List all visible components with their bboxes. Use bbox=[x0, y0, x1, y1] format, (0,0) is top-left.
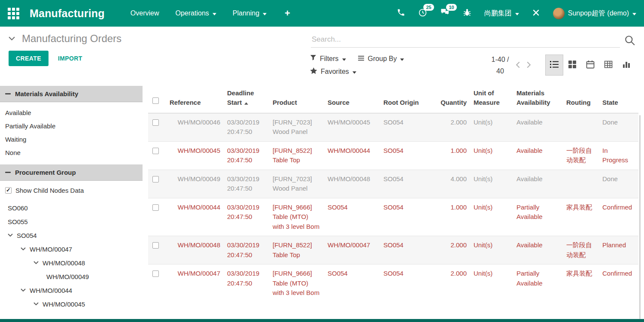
table-row[interactable]: WH/MO/0004903/30/2019 20:47:50[FURN_7023… bbox=[148, 170, 638, 198]
apps-menu-button[interactable] bbox=[8, 8, 19, 19]
chevron-down-icon[interactable] bbox=[33, 261, 39, 264]
messages-button[interactable]: 10 bbox=[440, 8, 450, 18]
row-checkbox[interactable] bbox=[152, 270, 159, 277]
cell-routing: 家具装配 bbox=[563, 264, 599, 302]
view-switch-calendar[interactable] bbox=[581, 55, 599, 76]
column-header-product[interactable]: Product bbox=[269, 86, 324, 113]
app-title[interactable]: Manufacturing bbox=[30, 7, 105, 20]
list-view-icon bbox=[550, 60, 559, 70]
cell-uom: Unit(s) bbox=[470, 170, 513, 198]
tree-node-wh-mo-00044[interactable]: WH/MO/00044 bbox=[0, 283, 143, 297]
cell-uom: Unit(s) bbox=[470, 264, 513, 302]
vertical-scrollbar[interactable] bbox=[639, 115, 641, 319]
filter-item-available[interactable]: Available bbox=[0, 106, 143, 119]
filter-item-waiting[interactable]: Waiting bbox=[0, 133, 143, 146]
row-checkbox[interactable] bbox=[152, 148, 159, 154]
select-all-checkbox[interactable] bbox=[152, 97, 159, 104]
availability-items: AvailablePartially AvailableWaitingNone bbox=[0, 102, 143, 164]
tree-node-so060[interactable]: SO060 bbox=[0, 201, 143, 215]
tree-node-wh-mo-00047[interactable]: WH/MO/00047 bbox=[0, 242, 143, 256]
show-child-nodes-toggle[interactable]: Show Child Nodes Data bbox=[0, 181, 143, 197]
filters-button[interactable]: Filters bbox=[310, 55, 346, 63]
row-select-cell bbox=[148, 113, 166, 141]
cell-source: WH/MO/00047 bbox=[324, 236, 380, 264]
tree-node-so055[interactable]: SO055 bbox=[0, 215, 143, 228]
cell-state: In Progress bbox=[599, 141, 638, 170]
column-header-source[interactable]: Source bbox=[324, 86, 380, 113]
main-content: Materials Availability AvailablePartiall… bbox=[0, 79, 644, 319]
breadcrumb-area: Manufacturing Orders CREATE IMPORT bbox=[9, 27, 310, 79]
view-switch-graph[interactable] bbox=[617, 55, 635, 76]
table-row[interactable]: WH/MO/0004703/30/2019 20:47:50[FURN_9666… bbox=[148, 264, 638, 302]
column-header-deadline[interactable]: Deadline Start bbox=[224, 86, 269, 113]
cell-product: [FURN_8522] Table Top bbox=[269, 141, 324, 170]
breadcrumb-expander[interactable] bbox=[9, 35, 15, 43]
row-select-cell bbox=[148, 264, 166, 302]
tree-node-wh-mo-00045[interactable]: WH/MO/00045 bbox=[0, 297, 143, 311]
column-header-routing[interactable]: Routing bbox=[563, 86, 599, 113]
group-by-button[interactable]: Group By bbox=[358, 55, 404, 63]
search-input[interactable] bbox=[311, 33, 620, 48]
chevron-down-icon[interactable] bbox=[33, 302, 39, 306]
activities-button[interactable]: 25 bbox=[418, 8, 427, 19]
menu-operations[interactable]: Operations bbox=[176, 9, 216, 17]
table-row[interactable]: WH/MO/0004503/30/2019 20:47:50[FURN_8522… bbox=[148, 141, 638, 170]
view-switcher bbox=[545, 55, 635, 76]
tree-node-wh-mo-00048[interactable]: WH/MO/00048 bbox=[0, 256, 143, 270]
column-header-reference[interactable]: Reference bbox=[166, 86, 224, 113]
tools-button[interactable] bbox=[532, 9, 540, 18]
company-menu[interactable]: 尚鹏集团 bbox=[484, 9, 519, 18]
kanban-view-icon bbox=[568, 60, 577, 70]
view-switch-list[interactable] bbox=[545, 55, 563, 76]
cell-reference: WH/MO/00049 bbox=[166, 170, 224, 198]
column-header-availability[interactable]: Materials Availability bbox=[513, 86, 563, 113]
select-all-header bbox=[148, 86, 166, 113]
import-button[interactable]: IMPORT bbox=[58, 55, 82, 62]
filter-item-partially-available[interactable]: Partially Available bbox=[0, 119, 143, 133]
table-row[interactable]: WH/MO/0004603/30/2019 20:47:50[FURN_7023… bbox=[148, 113, 638, 141]
column-header-root_origin[interactable]: Root Origin bbox=[380, 86, 435, 113]
row-checkbox[interactable] bbox=[152, 204, 159, 211]
cell-routing bbox=[563, 113, 599, 141]
column-header-state[interactable]: State bbox=[599, 86, 638, 113]
create-button[interactable]: CREATE bbox=[9, 51, 49, 66]
row-checkbox[interactable] bbox=[152, 176, 159, 182]
pager-next-button[interactable] bbox=[523, 59, 534, 72]
chevron-down-icon[interactable] bbox=[21, 247, 26, 251]
cell-uom: Unit(s) bbox=[470, 141, 513, 170]
view-switch-kanban[interactable] bbox=[563, 55, 581, 76]
messages-badge: 10 bbox=[446, 4, 456, 11]
section-materials-availability: Materials Availability AvailablePartiall… bbox=[0, 86, 143, 164]
column-header-uom[interactable]: Unit of Measure bbox=[470, 86, 513, 113]
table-row[interactable]: WH/MO/0004803/30/2019 20:47:50[FURN_8522… bbox=[148, 236, 638, 264]
user-menu[interactable]: Sunpop超管 (demo) bbox=[553, 8, 636, 19]
favorites-button[interactable]: Favorites bbox=[310, 67, 356, 76]
group-by-label: Group By bbox=[368, 55, 397, 63]
cell-uom: Unit(s) bbox=[470, 236, 513, 264]
cell-availability: Available bbox=[513, 141, 563, 170]
show-child-nodes-checkbox[interactable] bbox=[5, 187, 12, 194]
view-switch-pivot[interactable] bbox=[599, 55, 617, 76]
row-checkbox[interactable] bbox=[152, 242, 159, 249]
menu-planning[interactable]: Planning bbox=[233, 9, 267, 17]
debug-bug-button[interactable] bbox=[463, 8, 471, 18]
row-checkbox[interactable] bbox=[152, 119, 159, 126]
column-header-quantity[interactable]: Quantity bbox=[435, 86, 470, 113]
chevron-down-icon[interactable] bbox=[8, 234, 13, 237]
tree-node-so054[interactable]: SO054 bbox=[0, 228, 143, 242]
row-select-cell bbox=[148, 170, 166, 198]
pager-previous-button[interactable] bbox=[513, 59, 523, 72]
row-select-cell bbox=[148, 236, 166, 264]
cell-quantity: 4.000 bbox=[435, 170, 470, 198]
filter-item-none[interactable]: None bbox=[0, 146, 143, 159]
voip-phone-button[interactable] bbox=[397, 8, 405, 18]
menu-overview[interactable]: Overview bbox=[131, 9, 159, 17]
chevron-down-icon[interactable] bbox=[21, 289, 26, 292]
quick-create-plus-button[interactable]: + bbox=[285, 8, 290, 19]
favorites-label: Favorites bbox=[321, 68, 349, 76]
search-icon[interactable] bbox=[624, 35, 635, 48]
cell-reference: WH/MO/00047 bbox=[166, 264, 224, 302]
tree-node-wh-mo-00049[interactable]: WH/MO/00049 bbox=[0, 270, 143, 283]
search-area: Filters Group By Favorites bbox=[310, 27, 635, 79]
table-row[interactable]: WH/MO/0004403/30/2019 20:47:50[FURN_9666… bbox=[148, 198, 638, 236]
